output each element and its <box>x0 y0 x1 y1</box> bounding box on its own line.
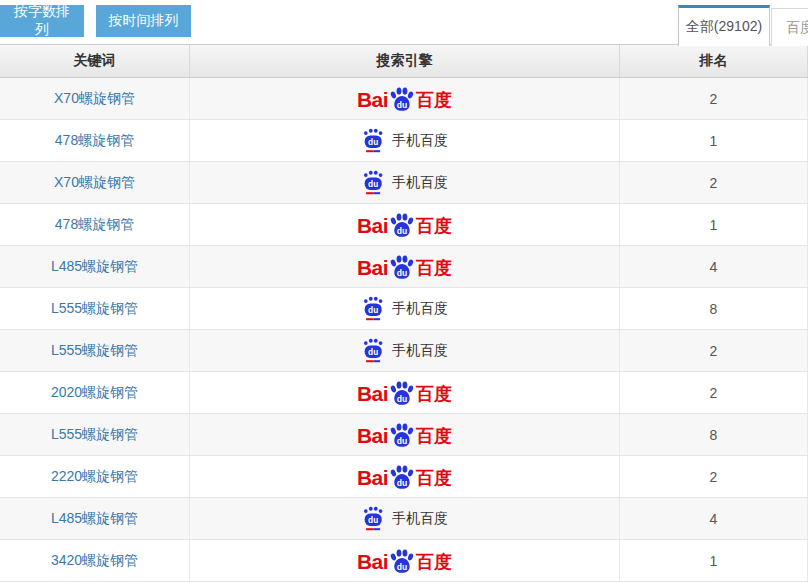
baidu-mobile-app-icon: du <box>361 295 385 322</box>
baidu-logo-cn-text: 百度 <box>416 384 452 405</box>
mobile-engine-label: 手机百度 <box>392 342 448 360</box>
table-row: L485螺旋钢管 du 手机百度 <box>0 498 808 540</box>
table-row: L555螺旋钢管 du 手机百度 <box>0 288 808 330</box>
rank-value: 2 <box>710 343 718 359</box>
rank-value: 8 <box>710 301 718 317</box>
baidu-pc-logo: Bai du 百度 <box>357 548 452 573</box>
svg-text:du: du <box>368 347 378 357</box>
keyword-link[interactable]: L555螺旋钢管 <box>51 426 138 444</box>
rank-value: 1 <box>710 553 718 569</box>
sort-by-time-button[interactable]: 按时间排列 <box>96 5 191 37</box>
svg-text:du: du <box>397 478 407 488</box>
rank-value: 2 <box>710 175 718 191</box>
baidu-logo-cn-text: 百度 <box>416 90 452 111</box>
baidu-logo-bai-text: Bai <box>357 382 388 405</box>
baidu-logo-cn-text: 百度 <box>416 216 452 237</box>
table-row: 3420螺旋钢管 Bai du 百度 1 <box>0 540 808 582</box>
baidu-mobile-logo: du 手机百度 <box>361 127 448 154</box>
svg-text:du: du <box>368 305 378 315</box>
keyword-link[interactable]: X70螺旋钢管 <box>54 90 135 108</box>
baidu-mobile-app-icon: du <box>361 127 385 154</box>
baidu-paw-icon: du <box>388 380 415 407</box>
table-body: X70螺旋钢管 Bai du 百度 2 <box>0 78 808 582</box>
table-row: L555螺旋钢管 Bai du 百度 8 <box>0 414 808 456</box>
sort-by-wordcount-button[interactable]: 按字数排列 <box>0 5 84 37</box>
table-row: 478螺旋钢管 Bai du 百度 1 <box>0 204 808 246</box>
svg-text:du: du <box>368 137 378 147</box>
baidu-paw-icon: du <box>388 548 415 575</box>
svg-text:du: du <box>397 100 407 110</box>
keyword-link[interactable]: 478螺旋钢管 <box>55 216 134 234</box>
top-toolbar: 按字数排列 按时间排列 全部(29102) 百度 <box>0 0 808 45</box>
baidu-logo-cn-text: 百度 <box>416 426 452 447</box>
keyword-link[interactable]: 478螺旋钢管 <box>55 132 134 150</box>
column-header-engine: 搜索引擎 <box>190 45 620 77</box>
svg-text:du: du <box>397 436 407 446</box>
rank-value: 1 <box>710 217 718 233</box>
keyword-link[interactable]: 3420螺旋钢管 <box>51 552 138 570</box>
svg-text:du: du <box>397 226 407 236</box>
mobile-engine-label: 手机百度 <box>392 300 448 318</box>
keyword-link[interactable]: L485螺旋钢管 <box>51 510 138 528</box>
svg-text:du: du <box>397 268 407 278</box>
rank-value: 8 <box>710 427 718 443</box>
svg-text:du: du <box>368 515 378 525</box>
baidu-logo-bai-text: Bai <box>357 88 388 111</box>
table-row: 2020螺旋钢管 Bai du 百度 2 <box>0 372 808 414</box>
baidu-mobile-logo: du 手机百度 <box>361 505 448 532</box>
keyword-link[interactable]: L555螺旋钢管 <box>51 300 138 318</box>
keyword-link[interactable]: L555螺旋钢管 <box>51 342 138 360</box>
baidu-mobile-logo: du 手机百度 <box>361 295 448 322</box>
baidu-paw-icon: du <box>388 86 415 113</box>
baidu-logo-bai-text: Bai <box>357 424 388 447</box>
rank-value: 2 <box>710 385 718 401</box>
rank-value: 4 <box>710 259 718 275</box>
baidu-paw-icon: du <box>388 254 415 281</box>
baidu-pc-logo: Bai du 百度 <box>357 212 452 237</box>
baidu-paw-icon: du <box>388 464 415 491</box>
baidu-logo-cn-text: 百度 <box>416 258 452 279</box>
table-row: X70螺旋钢管 du 手机百度 <box>0 162 808 204</box>
table-row: L485螺旋钢管 Bai du 百度 4 <box>0 246 808 288</box>
baidu-logo-cn-text: 百度 <box>416 552 452 573</box>
table-row: X70螺旋钢管 Bai du 百度 2 <box>0 78 808 120</box>
baidu-pc-logo: Bai du 百度 <box>357 422 452 447</box>
table-row: 2220螺旋钢管 Bai du 百度 2 <box>0 456 808 498</box>
baidu-mobile-app-icon: du <box>361 505 385 532</box>
table-header: 关键词 搜索引擎 排名 <box>0 45 808 78</box>
rank-value: 2 <box>710 469 718 485</box>
baidu-pc-logo: Bai du 百度 <box>357 380 452 405</box>
baidu-logo-bai-text: Bai <box>357 214 388 237</box>
svg-text:du: du <box>397 562 407 572</box>
keyword-link[interactable]: X70螺旋钢管 <box>54 174 135 192</box>
baidu-paw-icon: du <box>388 212 415 239</box>
keyword-link[interactable]: L485螺旋钢管 <box>51 258 138 276</box>
baidu-logo-cn-text: 百度 <box>416 468 452 489</box>
mobile-engine-label: 手机百度 <box>392 174 448 192</box>
baidu-logo-bai-text: Bai <box>357 466 388 489</box>
baidu-pc-logo: Bai du 百度 <box>357 464 452 489</box>
mobile-engine-label: 手机百度 <box>392 510 448 528</box>
keyword-link[interactable]: 2020螺旋钢管 <box>51 384 138 402</box>
baidu-mobile-app-icon: du <box>361 337 385 364</box>
baidu-mobile-app-icon: du <box>361 169 385 196</box>
tab-baidu[interactable]: 百度 <box>771 8 808 46</box>
baidu-logo-bai-text: Bai <box>357 256 388 279</box>
column-header-rank: 排名 <box>620 45 808 77</box>
baidu-logo-bai-text: Bai <box>357 550 388 573</box>
baidu-pc-logo: Bai du 百度 <box>357 254 452 279</box>
mobile-engine-label: 手机百度 <box>392 132 448 150</box>
table-row: L555螺旋钢管 du 手机百度 <box>0 330 808 372</box>
baidu-mobile-logo: du 手机百度 <box>361 337 448 364</box>
tab-all[interactable]: 全部(29102) <box>678 5 770 46</box>
rank-value: 1 <box>710 133 718 149</box>
rank-value: 2 <box>710 91 718 107</box>
baidu-pc-logo: Bai du 百度 <box>357 86 452 111</box>
keyword-link[interactable]: 2220螺旋钢管 <box>51 468 138 486</box>
rank-value: 4 <box>710 511 718 527</box>
table-row: 478螺旋钢管 du 手机百度 <box>0 120 808 162</box>
svg-text:du: du <box>397 394 407 404</box>
svg-text:du: du <box>368 179 378 189</box>
baidu-paw-icon: du <box>388 422 415 449</box>
baidu-mobile-logo: du 手机百度 <box>361 169 448 196</box>
